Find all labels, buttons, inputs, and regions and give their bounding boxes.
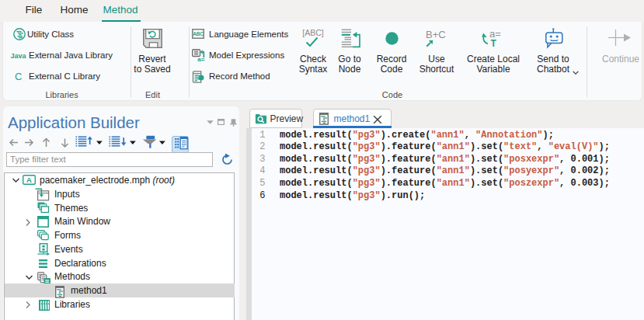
svg-text:a=: a= (197, 56, 204, 63)
svg-text:ABC: ABC (193, 31, 204, 37)
svg-text:A: A (26, 176, 32, 184)
svg-text:T: T (491, 38, 497, 49)
